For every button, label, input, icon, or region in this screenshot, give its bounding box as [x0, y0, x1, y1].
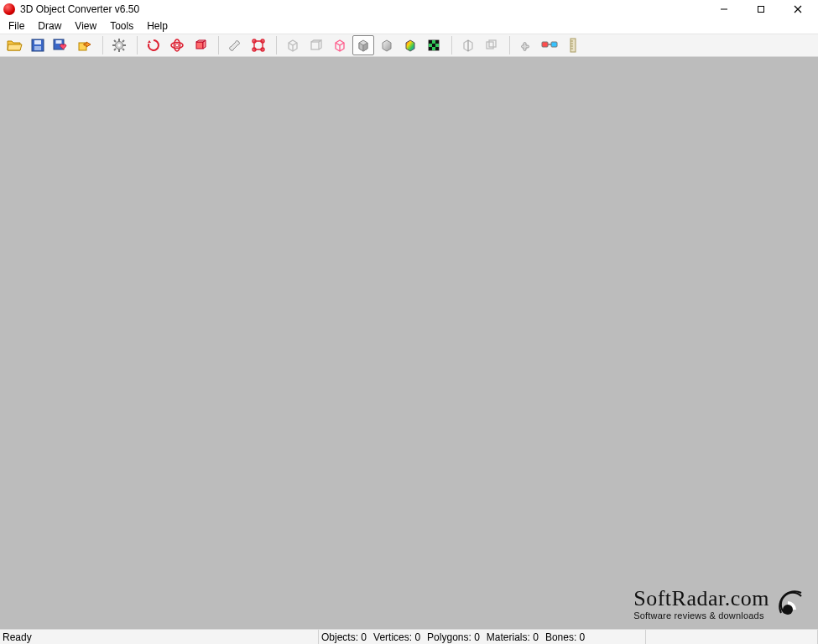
svg-rect-0 — [758, 7, 764, 13]
svg-rect-17 — [311, 42, 319, 49]
wire-red-button[interactable] — [329, 35, 351, 55]
wire-left-button[interactable] — [282, 35, 304, 55]
cube-wire2-icon — [309, 38, 324, 53]
watermark-title: SoftRadar.com — [633, 588, 769, 610]
toolbar-separator — [509, 36, 510, 55]
cube-checker-icon — [426, 38, 441, 53]
cube-wire-icon — [285, 38, 300, 53]
save-config-button[interactable] — [50, 35, 72, 55]
status-vertices: Vertices: 0 — [373, 631, 420, 643]
maximize-button[interactable] — [742, 0, 779, 18]
floppy-icon — [30, 38, 45, 53]
status-ready-text: Ready — [3, 631, 32, 643]
menu-help[interactable]: Help — [140, 18, 175, 34]
ruler-icon — [566, 38, 580, 53]
plugin-icon — [518, 38, 534, 53]
svg-rect-23 — [435, 47, 439, 50]
svg-rect-28 — [487, 42, 493, 49]
status-objects: Objects: 0 — [321, 631, 367, 643]
rotate-x-button[interactable] — [143, 35, 164, 55]
cube-wire-red-icon — [332, 38, 347, 53]
toolbar-separator — [218, 36, 219, 55]
glasses-icon — [541, 39, 558, 51]
toolbar-separator — [451, 36, 452, 55]
rotate-y-button[interactable] — [190, 35, 211, 55]
viewport[interactable]: SoftRadar.com Software reviews & downloa… — [0, 57, 818, 629]
title-bar: 3D Object Converter v6.50 — [0, 0, 818, 18]
cube-smooth-icon — [379, 38, 394, 53]
status-polygons: Polygons: 0 — [427, 631, 480, 643]
svg-rect-27 — [432, 47, 435, 50]
menu-bar: File Draw View Tools Help — [0, 18, 818, 34]
wire-front-button[interactable] — [305, 35, 327, 55]
color-gradient-button[interactable] — [399, 35, 421, 55]
cube-rainbow-icon — [403, 38, 418, 53]
svg-rect-24 — [432, 40, 435, 44]
folder-open-icon — [6, 38, 23, 53]
status-materials: Materials: 0 — [487, 631, 539, 643]
svg-rect-12 — [196, 42, 203, 49]
cube-double-icon — [484, 38, 499, 53]
measure-button[interactable] — [562, 35, 584, 55]
svg-point-33 — [783, 605, 793, 615]
bones-button[interactable] — [224, 35, 246, 55]
watermark: SoftRadar.com Software reviews & downloa… — [633, 588, 806, 621]
window-controls — [706, 0, 816, 18]
bone-icon — [227, 38, 242, 53]
svg-point-11 — [175, 44, 179, 47]
svg-rect-26 — [435, 44, 439, 47]
svg-rect-3 — [34, 46, 41, 50]
smooth-shade-button[interactable] — [376, 35, 398, 55]
status-bones: Bones: 0 — [545, 631, 585, 643]
joints-icon — [251, 38, 266, 53]
watermark-subtitle: Software reviews & downloads — [633, 610, 763, 621]
svg-rect-32 — [571, 39, 576, 52]
anaglyph-button[interactable] — [539, 35, 560, 55]
double-sided-button[interactable] — [481, 35, 503, 55]
menu-file[interactable]: File — [2, 18, 31, 34]
joints-button[interactable] — [247, 35, 269, 55]
svg-rect-22 — [429, 47, 432, 50]
open-button[interactable] — [3, 35, 25, 55]
export-button[interactable] — [74, 35, 96, 55]
menu-draw[interactable]: Draw — [31, 18, 68, 34]
cube-flat-icon — [356, 38, 371, 53]
options-button[interactable] — [108, 35, 130, 55]
save-button[interactable] — [27, 35, 49, 55]
close-button[interactable] — [779, 0, 816, 18]
svg-rect-25 — [429, 44, 432, 47]
flip-normals-button[interactable] — [457, 35, 479, 55]
toolbar-separator — [276, 36, 277, 55]
svg-rect-29 — [489, 40, 496, 47]
export-icon — [77, 38, 92, 53]
status-ready: Ready — [0, 630, 319, 644]
orbit-icon — [169, 38, 185, 53]
svg-rect-30 — [542, 42, 548, 47]
plugin-button[interactable] — [515, 35, 537, 55]
status-bar: Ready Objects: 0 Vertices: 0 Polygons: 0… — [0, 629, 818, 644]
cube-flip-icon — [461, 38, 476, 53]
svg-rect-5 — [56, 40, 62, 44]
svg-rect-21 — [432, 44, 435, 47]
svg-rect-19 — [429, 40, 432, 44]
menu-view[interactable]: View — [68, 18, 103, 34]
window-title: 3D Object Converter v6.50 — [20, 3, 139, 15]
toolbar — [0, 34, 818, 57]
floppy-heart-icon — [53, 38, 70, 53]
app-icon — [3, 3, 15, 15]
svg-rect-20 — [435, 40, 439, 44]
svg-rect-31 — [551, 42, 557, 47]
menu-tools[interactable]: Tools — [103, 18, 140, 34]
rotate-free-button[interactable] — [166, 35, 188, 55]
checker-texture-button[interactable] — [423, 35, 445, 55]
flat-shade-button[interactable] — [352, 35, 374, 55]
rotate-arrow-icon — [146, 38, 161, 53]
minimize-button[interactable] — [706, 0, 742, 18]
rotate-cube-icon — [193, 38, 208, 53]
radar-icon — [776, 588, 806, 618]
status-empty — [646, 630, 818, 644]
toolbar-separator — [137, 36, 138, 55]
toolbar-separator — [102, 36, 103, 55]
svg-point-8 — [117, 44, 120, 46]
status-stats: Objects: 0 Vertices: 0 Polygons: 0 Mater… — [319, 630, 646, 644]
